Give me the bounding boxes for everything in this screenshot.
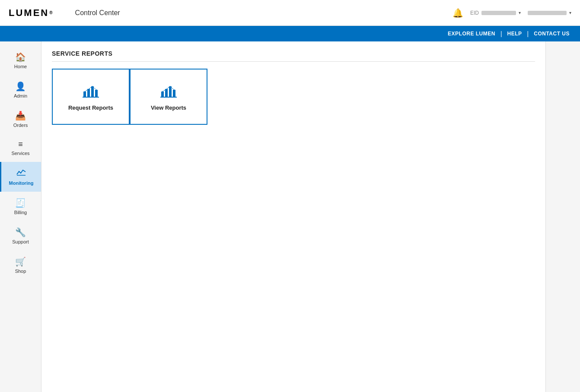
sidebar-item-home[interactable]: 🏠 Home xyxy=(0,46,41,75)
separator-1: | xyxy=(500,30,502,37)
sidebar-label-services: Services xyxy=(11,151,29,156)
cards-row: Request Reports View Reports xyxy=(52,69,535,125)
eid-value xyxy=(481,11,516,15)
support-icon: 🔧 xyxy=(15,227,26,237)
sidebar-label-billing: Billing xyxy=(14,210,27,215)
eid-label: EID xyxy=(470,10,479,16)
request-reports-icon xyxy=(82,83,99,100)
svg-rect-6 xyxy=(161,92,164,97)
sidebar-item-monitoring[interactable]: Monitoring xyxy=(0,162,41,192)
eid-chevron-icon: ▾ xyxy=(519,10,521,15)
sidebar-label-orders: Orders xyxy=(13,123,28,128)
monitoring-icon xyxy=(16,168,26,179)
sidebar-item-services[interactable]: ≡ Services xyxy=(0,134,41,162)
bell-icon[interactable]: 🔔 xyxy=(453,8,463,18)
sidebar-item-admin[interactable]: 👤 Admin xyxy=(0,75,41,104)
view-reports-card[interactable]: View Reports xyxy=(130,69,207,125)
help-link[interactable]: HELP xyxy=(507,31,522,37)
view-reports-label: View Reports xyxy=(151,104,186,111)
request-reports-card[interactable]: Request Reports xyxy=(52,69,130,125)
logo-text: LUMEN xyxy=(9,7,49,19)
view-reports-icon xyxy=(160,83,177,100)
content-area: SERVICE REPORTS xyxy=(41,41,545,392)
orders-icon: 📥 xyxy=(15,111,26,121)
request-reports-label: Request Reports xyxy=(68,104,113,111)
sidebar: 🏠 Home 👤 Admin 📥 Orders ≡ Services Monit… xyxy=(0,41,41,392)
eid-dropdown[interactable]: EID ▾ xyxy=(470,10,521,16)
main-layout: 🏠 Home 👤 Admin 📥 Orders ≡ Services Monit… xyxy=(0,41,580,392)
sidebar-label-home: Home xyxy=(14,64,27,69)
sidebar-label-monitoring: Monitoring xyxy=(9,180,34,186)
sidebar-item-support[interactable]: 🔧 Support xyxy=(0,221,41,250)
logo: LUMEN ® xyxy=(9,7,54,19)
user-value xyxy=(528,11,567,15)
svg-rect-7 xyxy=(165,89,168,97)
services-icon: ≡ xyxy=(18,140,23,149)
svg-rect-1 xyxy=(83,92,86,97)
billing-icon: 🧾 xyxy=(15,198,26,208)
sidebar-item-billing[interactable]: 🧾 Billing xyxy=(0,192,41,221)
user-chevron-icon: ▾ xyxy=(569,10,571,15)
right-panel xyxy=(545,41,580,392)
separator-2: | xyxy=(527,30,529,37)
app-title: Control Center xyxy=(75,9,120,17)
sidebar-label-support: Support xyxy=(12,239,29,244)
home-icon: 🏠 xyxy=(15,52,26,62)
sidebar-label-shop: Shop xyxy=(15,269,26,274)
contact-us-link[interactable]: CONTACT US xyxy=(534,31,570,37)
shop-icon: 🛒 xyxy=(15,256,26,267)
section-title: SERVICE REPORTS xyxy=(52,50,535,62)
sidebar-item-shop[interactable]: 🛒 Shop xyxy=(0,250,41,280)
top-nav: LUMEN ® Control Center 🔔 EID ▾ ▾ xyxy=(0,0,580,26)
sidebar-label-admin: Admin xyxy=(14,93,27,98)
svg-rect-9 xyxy=(173,90,175,97)
svg-rect-3 xyxy=(91,86,94,97)
user-dropdown[interactable]: ▾ xyxy=(528,10,571,15)
explore-lumen-link[interactable]: EXPLORE LUMEN xyxy=(448,31,495,37)
svg-rect-4 xyxy=(95,90,98,97)
admin-icon: 👤 xyxy=(15,81,26,92)
top-nav-right: 🔔 EID ▾ ▾ xyxy=(453,8,571,18)
sidebar-item-orders[interactable]: 📥 Orders xyxy=(0,104,41,134)
svg-rect-8 xyxy=(169,86,172,97)
svg-rect-2 xyxy=(87,89,90,97)
blue-banner: EXPLORE LUMEN | HELP | CONTACT US xyxy=(0,26,580,41)
